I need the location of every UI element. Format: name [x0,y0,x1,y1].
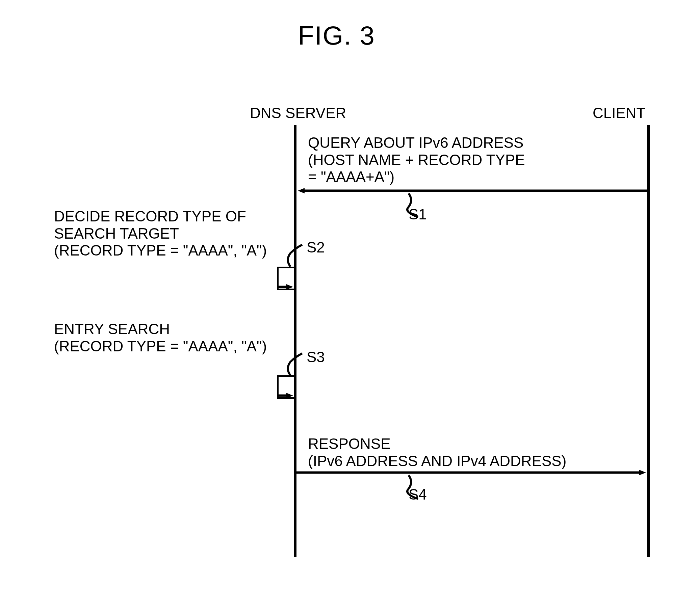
s2-leader [288,245,303,267]
s3-leader [288,353,303,375]
s1-leader [407,193,418,217]
arrows-layer [0,0,673,616]
s4-leader [407,475,418,499]
